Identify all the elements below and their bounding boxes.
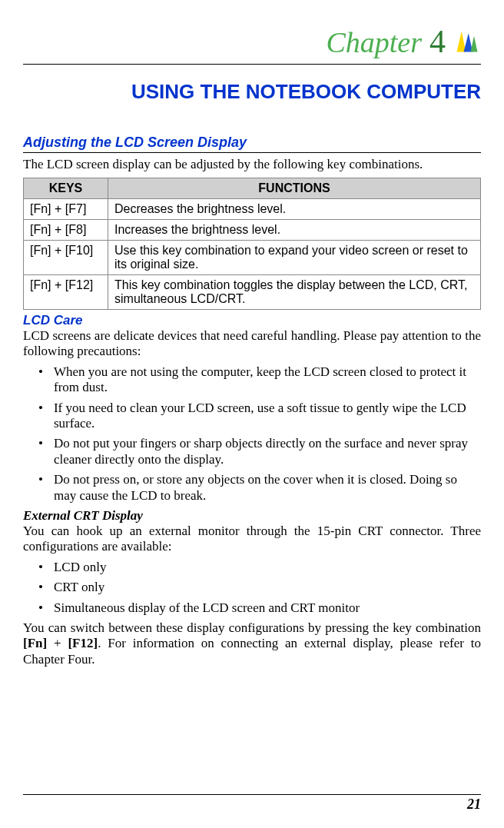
chapter-number: 4 bbox=[429, 24, 446, 59]
section-adjusting-title: Adjusting the LCD Screen Display bbox=[23, 135, 481, 153]
page-footer: 21 bbox=[23, 794, 481, 813]
table-header-keys: KEYS bbox=[24, 178, 108, 199]
table-row: [Fn] + [F8] Increases the brightness lev… bbox=[24, 220, 481, 241]
table-cell-key: [Fn] + [F10] bbox=[24, 241, 108, 275]
list-item: Do not put your fingers or sharp objects… bbox=[23, 436, 481, 467]
table-cell-key: [Fn] + [F12] bbox=[24, 275, 108, 310]
table-cell-func: Decreases the brightness level. bbox=[108, 199, 481, 220]
table-cell-func: Use this key combination to expand your … bbox=[108, 241, 481, 275]
footer-divider bbox=[23, 794, 481, 795]
list-item: When you are not using the computer, kee… bbox=[23, 364, 481, 396]
table-cell-func: Increases the brightness level. bbox=[108, 220, 481, 241]
list-item: CRT only bbox=[23, 580, 481, 595]
section-adjusting-intro: The LCD screen display can be adjusted b… bbox=[23, 156, 481, 173]
section-lcd-care-title: LCD Care bbox=[23, 313, 481, 328]
section-external-crt-title: External CRT Display bbox=[23, 508, 481, 524]
list-item: LCD only bbox=[23, 560, 481, 575]
closing-text: You can switch between these display con… bbox=[23, 620, 481, 635]
list-item: Simultaneous display of the LCD screen a… bbox=[23, 600, 481, 616]
section-lcd-care-intro: LCD screens are delicate devices that ne… bbox=[23, 328, 481, 360]
table-header-functions: FUNCTIONS bbox=[108, 178, 481, 199]
plus-text: + bbox=[47, 636, 68, 650]
lcd-care-list: When you are not using the computer, kee… bbox=[23, 364, 481, 504]
list-item: If you need to clean your LCD screen, us… bbox=[23, 401, 481, 432]
table-row: [Fn] + [F7] Decreases the brightness lev… bbox=[24, 199, 481, 220]
chapter-logo-icon bbox=[453, 28, 481, 55]
table-row: [Fn] + [F10] Use this key combination to… bbox=[24, 241, 481, 275]
chapter-header: Chapter 4 bbox=[23, 23, 481, 60]
list-item: Do not press on, or store any objects on… bbox=[23, 472, 481, 504]
table-cell-func: This key combination toggles the display… bbox=[108, 275, 481, 310]
chapter-label: Chapter 4 bbox=[326, 23, 446, 60]
table-cell-key: [Fn] + [F7] bbox=[24, 199, 108, 220]
key-functions-table: KEYS FUNCTIONS [Fn] + [F7] Decreases the… bbox=[23, 178, 481, 310]
chapter-word: Chapter bbox=[326, 26, 422, 58]
section-external-crt-intro: You can hook up an external monitor thro… bbox=[23, 524, 481, 555]
table-cell-key: [Fn] + [F8] bbox=[24, 220, 108, 241]
f12-key-label: [F12] bbox=[68, 636, 98, 650]
section-external-crt-closing: You can switch between these display con… bbox=[23, 620, 481, 667]
crt-config-list: LCD only CRT only Simultaneous display o… bbox=[23, 560, 481, 616]
page-number: 21 bbox=[23, 796, 481, 813]
table-row: [Fn] + [F12] This key combination toggle… bbox=[24, 275, 481, 310]
page-title: USING THE NOTEBOOK COMPUTER bbox=[23, 80, 481, 104]
fn-key-label: [Fn] bbox=[23, 636, 47, 650]
header-divider bbox=[23, 64, 481, 65]
